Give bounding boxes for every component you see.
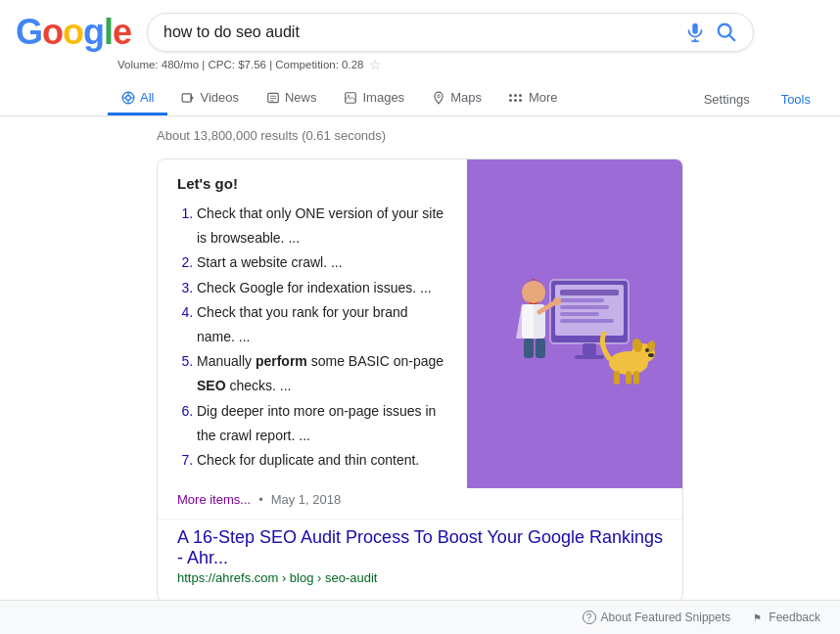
logo-e: e (113, 12, 131, 52)
settings-button[interactable]: Settings (690, 84, 764, 114)
google-logo[interactable]: Google (16, 12, 131, 53)
tab-videos[interactable]: Videos (167, 82, 253, 115)
svg-rect-44 (626, 371, 631, 385)
images-icon (344, 91, 357, 105)
list-item: Check that you rank for your brand name.… (197, 300, 447, 349)
tab-images[interactable]: Images (330, 82, 418, 115)
feedback-label: Feedback (769, 611, 820, 624)
list-item: Dig deeper into more on-page issues in t… (197, 399, 447, 448)
logo-o1: o (42, 12, 63, 52)
tab-videos-label: Videos (200, 90, 239, 105)
list-item: Start a website crawl. ... (197, 250, 447, 275)
list-item: Manually perform some BASIC on-page SEO … (197, 349, 447, 398)
bottom-bar: ? About Featured Snippets ⚑ Feedback (0, 600, 840, 634)
svg-rect-35 (524, 339, 534, 358)
svg-point-42 (648, 353, 654, 357)
svg-rect-28 (560, 319, 614, 323)
svg-rect-24 (560, 290, 619, 295)
svg-point-20 (438, 94, 441, 97)
tab-more-label: More (529, 90, 558, 105)
star-icon[interactable]: ☆ (369, 57, 382, 72)
help-icon: ? (583, 611, 596, 624)
videos-icon (181, 91, 195, 105)
volume-text: Volume: 480/mo | CPC: $7.56 | Competitio… (117, 59, 363, 70)
list-item: Check that only ONE version of your site… (197, 202, 447, 250)
svg-point-7 (126, 95, 131, 100)
list-item: Check Google for indexation issues. ... (197, 276, 447, 300)
header: Google (0, 0, 840, 53)
tab-maps-label: Maps (450, 90, 482, 105)
about-snippets-label: About Featured Snippets (601, 611, 731, 624)
feedback-icon: ⚑ (750, 611, 764, 624)
logo-l: l (104, 12, 113, 52)
volume-info: Volume: 480/mo | CPC: $7.56 | Competitio… (117, 53, 840, 72)
result-title-link[interactable]: A 16-Step SEO Audit Process To Boost You… (177, 527, 663, 568)
seo-illustration (477, 255, 673, 392)
result-url: https://ahrefs.com › blog › seo-audit (177, 570, 663, 585)
tab-all[interactable]: All (108, 82, 167, 115)
result-link-section: A 16-Step SEO Audit Process To Boost You… (158, 519, 682, 601)
svg-rect-27 (560, 312, 599, 316)
results-count: About 13,800,000 results (0.61 seconds) (157, 128, 386, 143)
svg-line-5 (729, 35, 734, 40)
tab-all-label: All (140, 90, 154, 105)
tab-maps[interactable]: Maps (418, 82, 495, 115)
nav-tabs: All Videos News Images Maps (0, 76, 840, 116)
list-item: Check for duplicate and thin content. (197, 448, 447, 473)
svg-rect-26 (560, 305, 609, 309)
featured-content: Let's go! Check that only ONE version of… (158, 159, 682, 488)
tab-more[interactable]: More (495, 82, 572, 115)
svg-rect-43 (614, 371, 620, 385)
more-dots-icon (509, 94, 522, 102)
maps-icon (432, 91, 445, 105)
results-info: About 13,800,000 results (0.61 seconds) (0, 116, 840, 151)
svg-rect-12 (183, 93, 192, 101)
tools-button[interactable]: Tools (768, 84, 824, 114)
svg-rect-29 (583, 343, 596, 355)
tab-news[interactable]: News (253, 82, 331, 115)
svg-rect-45 (633, 371, 639, 385)
svg-rect-36 (536, 339, 545, 358)
all-icon (121, 91, 135, 105)
featured-list: Check that only ONE version of your site… (177, 202, 447, 473)
search-icons (684, 22, 737, 43)
tab-images-label: Images (362, 90, 404, 105)
featured-footer: More items... • May 1, 2018 (158, 488, 682, 519)
search-input[interactable] (163, 23, 677, 41)
logo-G: G (16, 12, 42, 52)
svg-rect-30 (575, 355, 604, 359)
featured-text: Let's go! Check that only ONE version of… (158, 159, 467, 488)
search-icon[interactable] (716, 22, 737, 43)
svg-rect-25 (560, 298, 604, 302)
svg-rect-0 (692, 23, 698, 34)
more-items-link[interactable]: More items... (177, 492, 251, 507)
news-icon (266, 91, 280, 105)
about-snippets-link[interactable]: ? About Featured Snippets (583, 611, 731, 624)
microphone-icon[interactable] (684, 22, 706, 43)
footer-bullet: • (258, 492, 263, 507)
featured-title: Let's go! (177, 175, 447, 192)
featured-snippet-card: Let's go! Check that only ONE version of… (157, 158, 683, 602)
svg-point-34 (553, 297, 561, 305)
svg-point-41 (645, 348, 649, 352)
nav-right: Settings Tools (690, 84, 840, 114)
footer-date: May 1, 2018 (271, 492, 342, 507)
feedback-link[interactable]: ⚑ Feedback (750, 611, 820, 624)
search-bar-container (147, 13, 754, 52)
logo-o2: o (63, 12, 83, 52)
featured-image (467, 159, 682, 488)
tab-news-label: News (285, 90, 317, 105)
svg-point-31 (522, 281, 545, 304)
search-bar (147, 13, 754, 52)
logo-g: g (83, 12, 104, 52)
